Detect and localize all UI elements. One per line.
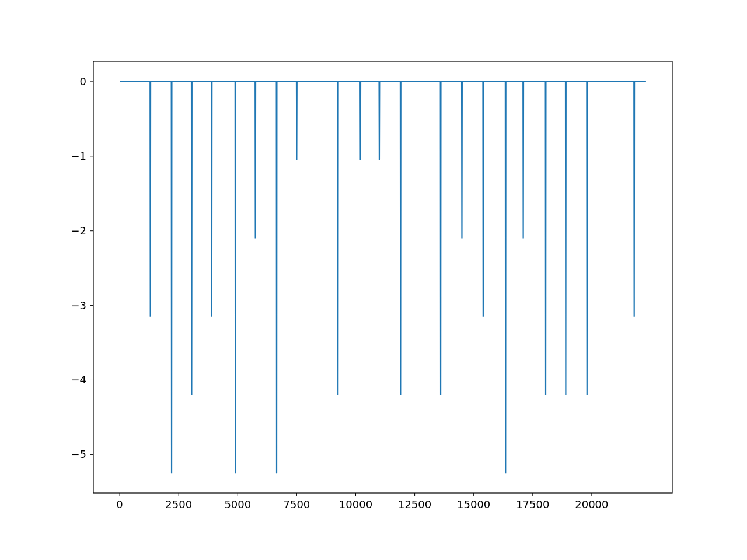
x-tick-label: 2500 [165,498,192,510]
y-tick-label: 0 [80,75,86,88]
y-tick-label: −5 [71,448,86,460]
y-tick-label: −3 [71,299,86,312]
x-tick-label: 7500 [283,498,310,510]
data-line [120,82,646,473]
x-tick-label: 17500 [516,498,549,510]
x-tick-label: 5000 [224,498,251,510]
y-tick-label: −2 [71,225,86,237]
x-axis: 02500500075001000012500150001750020000 [116,493,608,510]
chart-svg: 02500500075001000012500150001750020000−5… [0,0,747,560]
y-axis: −5−4−3−2−10 [71,75,93,460]
y-tick-label: −4 [71,373,86,386]
x-tick-label: 0 [116,498,123,510]
plot-frame [93,61,672,493]
x-tick-label: 15000 [457,498,490,510]
chart-container: 02500500075001000012500150001750020000−5… [0,0,747,560]
x-tick-label: 12500 [398,498,431,510]
x-tick-label: 10000 [339,498,372,510]
x-tick-label: 20000 [575,498,608,510]
y-tick-label: −1 [71,150,86,162]
